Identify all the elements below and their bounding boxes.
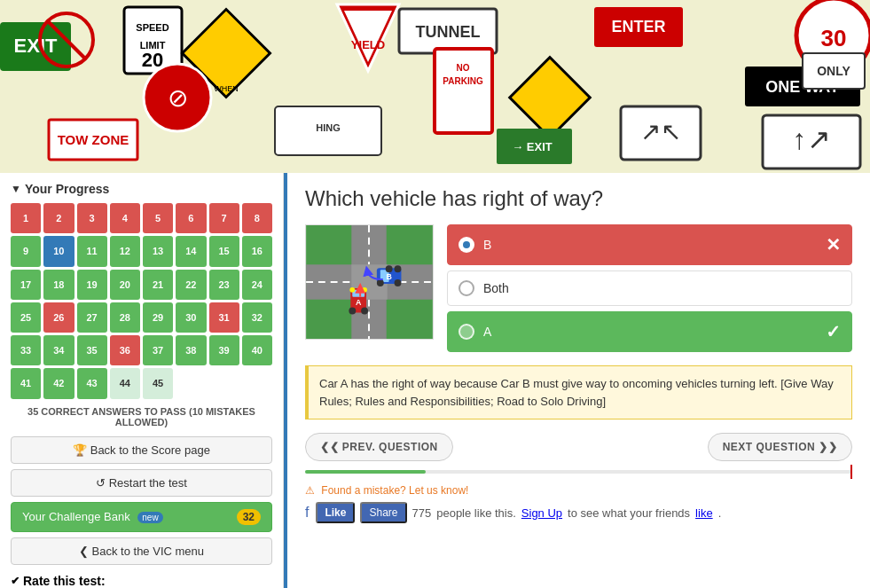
svg-text:↗↖: ↗↖ (640, 118, 681, 145)
grid-cell-12[interactable]: 12 (110, 236, 140, 266)
svg-text:B: B (386, 272, 391, 281)
grid-cell-11[interactable]: 11 (77, 236, 107, 266)
svg-text:NO: NO (457, 63, 470, 73)
option-b-dot (463, 241, 470, 248)
main-container: ▼ Your Progress 123456789101112131415161… (0, 173, 870, 588)
option-both-radio (459, 280, 474, 296)
grid-cell-34[interactable]: 34 (43, 335, 74, 365)
grid-cell-5[interactable]: 5 (143, 203, 173, 233)
option-a-label: A (483, 325, 491, 339)
option-b[interactable]: B ✕ (447, 224, 852, 265)
back-to-score-button[interactable]: 🏆 Back to the Score page (11, 436, 272, 464)
svg-text:EXIT: EXIT (14, 35, 58, 57)
challenge-bank-button[interactable]: Your Challenge Bank new 32 (11, 502, 272, 532)
option-a-correct-icon: ✓ (826, 321, 841, 342)
svg-point-53 (349, 287, 355, 293)
back-to-vic-button[interactable]: ❮ Back to the VIC menu (11, 537, 272, 565)
restart-test-button[interactable]: ↺ Restart the test (11, 469, 272, 497)
svg-text:PARKING: PARKING (443, 76, 483, 86)
svg-text:WHEN: WHEN (214, 84, 239, 93)
grid-cell-33[interactable]: 33 (11, 335, 41, 365)
fb-text2: to see what your friends (568, 506, 690, 520)
grid-cell-6[interactable]: 6 (176, 203, 206, 233)
question-title: Which vehicle has right of way? (305, 186, 852, 211)
rate-title: Rate this test: (23, 574, 106, 588)
grid-cell-37[interactable]: 37 (143, 335, 173, 365)
grid-cell-3[interactable]: 3 (77, 203, 107, 233)
grid-cell-18[interactable]: 18 (43, 270, 74, 300)
grid-cell-14[interactable]: 14 (176, 236, 206, 266)
grid-cell-9[interactable]: 9 (11, 236, 41, 266)
grid-cell-2[interactable]: 2 (43, 203, 74, 233)
option-a[interactable]: A ✓ (447, 311, 852, 352)
fb-like-button[interactable]: Like (316, 502, 355, 523)
grid-cell-20[interactable]: 20 (110, 270, 140, 300)
grid-cell-32[interactable]: 32 (242, 302, 272, 333)
grid-cell-44[interactable]: 44 (110, 368, 140, 398)
progress-bar-marker (850, 465, 852, 479)
grid-cell-8[interactable]: 8 (242, 203, 272, 233)
grid-cell-13[interactable]: 13 (143, 236, 173, 266)
grid-cell-28[interactable]: 28 (110, 302, 140, 333)
svg-point-61 (395, 279, 402, 286)
option-both-label: Both (483, 281, 509, 295)
svg-point-54 (362, 287, 367, 293)
grid-cell-29[interactable]: 29 (143, 302, 173, 333)
grid-cell-15[interactable]: 15 (209, 236, 239, 266)
svg-point-51 (349, 308, 356, 315)
grid-cell-19[interactable]: 19 (77, 270, 107, 300)
grid-cell-22[interactable]: 22 (176, 270, 206, 300)
grid-cell-43[interactable]: 43 (77, 368, 107, 398)
grid-cell-1[interactable]: 1 (11, 203, 41, 233)
grid-cell-10[interactable]: 10 (43, 236, 74, 266)
grid-cell-30[interactable]: 30 (176, 302, 206, 333)
prev-question-button[interactable]: ❮❮ PREV. QUESTION (305, 433, 453, 461)
fb-period: . (718, 506, 722, 520)
grid-cell-24[interactable]: 24 (242, 270, 272, 300)
grid-cell-21[interactable]: 21 (143, 270, 173, 300)
svg-text:→ EXIT: → EXIT (512, 140, 553, 153)
svg-point-60 (395, 265, 402, 272)
fb-icon: f (305, 505, 309, 521)
grid-cell-40[interactable]: 40 (242, 335, 272, 365)
content-area: Which vehicle has right of way? (287, 173, 870, 588)
grid-cell-41[interactable]: 41 (11, 368, 41, 398)
mistake-link[interactable]: Found a mistake? Let us know! (321, 484, 468, 497)
progress-header: ▼ Your Progress (11, 182, 272, 196)
svg-text:ENTER: ENTER (611, 18, 665, 35)
grid-cell-17[interactable]: 17 (11, 270, 41, 300)
grid-cell-39[interactable]: 39 (209, 335, 239, 365)
number-grid: 1234567891011121314151617181920212223242… (11, 203, 272, 399)
svg-point-58 (386, 265, 393, 272)
progress-chevron-icon: ▼ (11, 183, 21, 195)
svg-text:⊘: ⊘ (168, 84, 188, 112)
fb-like-word-link[interactable]: like (695, 506, 713, 520)
grid-cell-16[interactable]: 16 (242, 236, 272, 266)
question-image: A B (305, 224, 434, 340)
fb-text1: people like this. (436, 506, 516, 520)
grid-cell-31[interactable]: 31 (209, 302, 239, 333)
grid-cell-4[interactable]: 4 (110, 203, 140, 233)
grid-cell-36[interactable]: 36 (110, 335, 140, 365)
next-question-button[interactable]: NEXT QUESTION ❯❯ (708, 433, 852, 461)
fb-signup-link[interactable]: Sign Up (521, 506, 562, 520)
progress-bar (305, 470, 852, 474)
grid-cell-38[interactable]: 38 (176, 335, 206, 365)
rate-section: ✔ Rate this test: ★★★★★ 4.3 out of 5 bas… (11, 574, 272, 589)
grid-cell-7[interactable]: 7 (209, 203, 239, 233)
progress-bar-fill (305, 470, 426, 474)
grid-cell-42[interactable]: 42 (43, 368, 74, 398)
svg-point-59 (377, 279, 384, 286)
option-both[interactable]: Both (447, 270, 852, 306)
options-list: B ✕ Both A ✓ (447, 224, 852, 352)
grid-cell-26[interactable]: 26 (43, 302, 74, 333)
sidebar: ▼ Your Progress 123456789101112131415161… (0, 173, 284, 588)
svg-text:TUNNEL: TUNNEL (416, 23, 481, 41)
grid-cell-23[interactable]: 23 (209, 270, 239, 300)
svg-text:YIELD: YIELD (351, 38, 385, 51)
grid-cell-27[interactable]: 27 (77, 302, 107, 333)
grid-cell-45[interactable]: 45 (143, 368, 173, 398)
grid-cell-35[interactable]: 35 (77, 335, 107, 365)
fb-share-button[interactable]: Share (360, 502, 406, 523)
grid-cell-25[interactable]: 25 (11, 302, 41, 333)
